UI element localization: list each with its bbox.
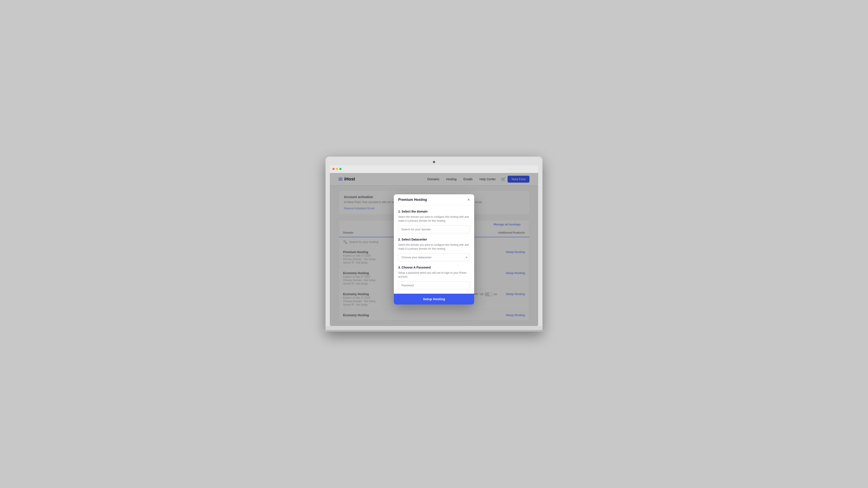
password-input[interactable] [398,281,470,289]
browser-content: iHost Domains Hosting Emails Help Center… [330,173,538,326]
modal-close-button[interactable]: × [467,198,470,202]
modal-body: 1. Select the domain Select the domain y… [394,205,474,294]
step1-title: 1. Select the domain [398,210,470,213]
domain-search-input[interactable] [398,225,470,233]
step2-title: 2. Select Datacenter [398,238,470,241]
step3-section: 3. Choose A Passowrd Setup a password wh… [398,266,470,289]
step1-section: 1. Select the domain Select the domain y… [398,210,470,238]
step2-description: Select the domain you want to configure … [398,243,470,251]
step1-description: Select the domain you want to configure … [398,215,470,223]
modal-title: Premium Hosting [398,198,427,202]
browser-minimize-dot [336,168,338,170]
browser-maximize-dot [339,168,342,170]
setup-hosting-submit-button[interactable]: Setup Hosting [397,297,471,301]
laptop-camera [433,161,435,163]
step2-section: 2. Select Datacenter Select the domain y… [398,238,470,261]
laptop-frame: iHost Domains Hosting Emails Help Center… [326,157,542,332]
modal-overlay: Premium Hosting × 1. Select the domain S… [330,173,538,326]
datacenter-select-wrapper: Choose your datacenter US East US West E… [398,253,470,261]
laptop-bottom [323,330,545,332]
laptop-screen: iHost Domains Hosting Emails Help Center… [330,165,538,326]
premium-hosting-modal: Premium Hosting × 1. Select the domain S… [394,194,474,304]
step3-description: Setup a password which you will use to l… [398,271,470,279]
laptop-base [326,326,542,330]
modal-header: Premium Hosting × [394,194,474,205]
step3-title: 3. Choose A Passowrd [398,266,470,269]
datacenter-select[interactable]: Choose your datacenter US East US West E… [398,253,470,261]
browser-chrome [330,165,538,173]
browser-close-dot [333,168,335,170]
modal-footer[interactable]: Setup Hosting [394,294,474,304]
